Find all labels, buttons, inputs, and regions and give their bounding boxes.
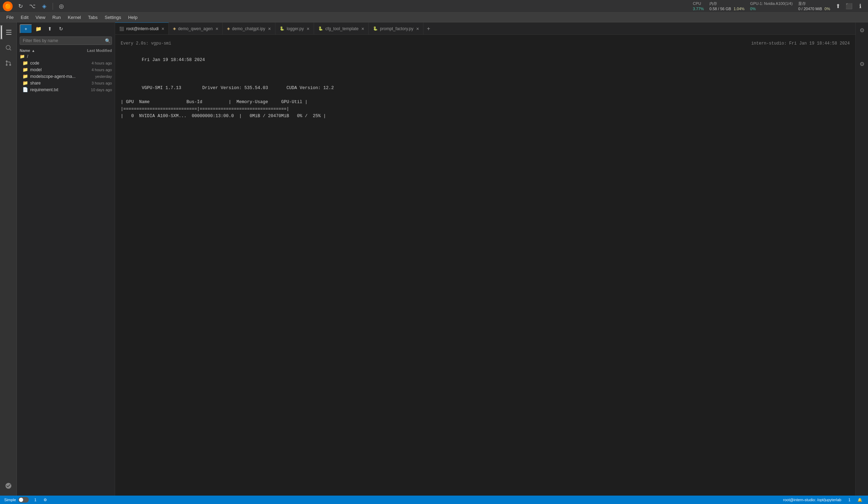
menu-view[interactable]: View bbox=[32, 13, 49, 21]
status-right: root@intern-studio: /opt/jupyterlab 1 🔔 bbox=[782, 498, 864, 502]
activity-git[interactable] bbox=[1, 56, 15, 70]
tab-label: root@intern-studi bbox=[126, 26, 159, 31]
python-icon: 🐍 bbox=[373, 26, 378, 31]
svg-point-2 bbox=[9, 64, 11, 66]
tab-cfg-tool[interactable]: 🐍 cfg_tool_template × bbox=[314, 22, 369, 35]
file-modified: yesterday bbox=[95, 74, 112, 79]
vscode-icon[interactable]: ◈ bbox=[39, 1, 49, 11]
sidebar: + 📁 ⬆ ↻ 🔍 Name ▲ Last Modified 📁 / bbox=[17, 22, 115, 496]
activity-debug[interactable] bbox=[1, 479, 15, 493]
tab-close-button[interactable]: × bbox=[306, 26, 310, 32]
topbar-right-icons: ⬆ ⬛ ℹ bbox=[833, 1, 865, 11]
line-col-status[interactable]: 1 bbox=[33, 498, 38, 502]
code-icon[interactable]: ⌥ bbox=[27, 1, 37, 11]
status-bar: Simple 1 ⚙ root@intern-studio: /opt/jupy… bbox=[0, 496, 868, 504]
folder-icon: 📁 bbox=[20, 54, 25, 59]
tab-terminal[interactable]: ⬛ root@intern-studi × bbox=[115, 22, 169, 35]
folder-icon: 📁 bbox=[22, 67, 28, 72]
activity-explorer[interactable] bbox=[1, 25, 15, 39]
python-icon: 🐍 bbox=[280, 26, 285, 31]
file-tree: Name ▲ Last Modified 📁 / 📁 code 4 hours … bbox=[17, 46, 115, 496]
tab-label: prompt_factory.py bbox=[380, 26, 413, 31]
menu-edit[interactable]: Edit bbox=[17, 13, 32, 21]
file-modified: 10 days ago bbox=[91, 88, 112, 92]
file-icon: 📄 bbox=[22, 87, 28, 92]
mode-toggle[interactable]: Simple bbox=[4, 497, 29, 503]
list-item[interactable]: 📁 share 3 hours ago bbox=[17, 80, 115, 86]
right-panel: ⚙ ⚙ bbox=[855, 22, 868, 496]
tab-bar: ⬛ root@intern-studi × ◈ demo_qwen_agen ×… bbox=[115, 22, 855, 35]
timestamp-left: Fri Jan 19 18:44:58 2024 bbox=[142, 58, 205, 62]
memory-label: 内存 bbox=[709, 1, 745, 6]
menu-settings[interactable]: Settings bbox=[101, 13, 125, 21]
tab-label: logger.py bbox=[287, 26, 304, 31]
upload-icon[interactable]: ⬆ bbox=[833, 1, 843, 11]
tab-prompt-factory[interactable]: 🐍 prompt_factory.py × bbox=[369, 22, 423, 35]
notebook-icon: ◈ bbox=[227, 26, 230, 31]
topbar-icons: ↻ ⌥ ◈ ◎ bbox=[15, 1, 66, 11]
gear-icon[interactable]: ⚙ bbox=[857, 59, 867, 69]
menu-tabs[interactable]: Tabs bbox=[85, 13, 101, 21]
list-item[interactable]: 📁 modelscope-agent-ma... yesterday bbox=[17, 73, 115, 80]
search-box: 🔍 bbox=[20, 36, 112, 45]
tab-demo-qwen[interactable]: ◈ demo_qwen_agen × bbox=[169, 22, 223, 35]
list-item[interactable]: 📁 model 4 hours ago bbox=[17, 66, 115, 73]
file-tree-header[interactable]: Name ▲ Last Modified bbox=[17, 48, 115, 53]
refresh-filetree-button[interactable]: ↻ bbox=[56, 24, 66, 34]
timestamp-right: intern-studio: Fri Jan 19 18:44:58 2024 bbox=[751, 40, 850, 47]
vgpu-output: VGPU-SMI 1.7.13 Driver Version: 535.54.0… bbox=[121, 86, 334, 119]
name-col-header: Name ▲ bbox=[20, 48, 86, 53]
compass-icon[interactable]: ◎ bbox=[56, 1, 66, 11]
menu-help[interactable]: Help bbox=[125, 13, 141, 21]
new-tab-button[interactable]: + bbox=[423, 22, 433, 35]
menu-run[interactable]: Run bbox=[49, 13, 64, 21]
new-file-button[interactable]: + bbox=[20, 24, 32, 34]
modified-col-header: Last Modified bbox=[87, 48, 112, 53]
tab-close-button[interactable]: × bbox=[267, 26, 272, 32]
memory-value: 0.58 / 56 GB 1.04% bbox=[709, 6, 745, 11]
topbar: 🟠 ↻ ⌥ ◈ ◎ CPU 3.77% 内存 0.58 / 56 GB 1.04… bbox=[0, 0, 868, 13]
editor-topline: Every 2.0s: vgpu-smi intern-studio: Fri … bbox=[121, 40, 850, 47]
search-input[interactable] bbox=[20, 36, 112, 45]
sidebar-toolbar: + 📁 ⬆ ↻ bbox=[17, 22, 115, 35]
new-folder-button[interactable]: 📁 bbox=[34, 24, 44, 34]
info-icon[interactable]: ℹ bbox=[855, 1, 865, 11]
app-logo[interactable]: 🟠 bbox=[3, 1, 13, 11]
root-path[interactable]: 📁 / bbox=[17, 53, 115, 60]
cpu-label: CPU bbox=[693, 1, 704, 6]
list-item[interactable]: 📁 code 4 hours ago bbox=[17, 60, 115, 66]
tab-logger[interactable]: 🐍 logger.py × bbox=[275, 22, 314, 35]
tab-close-button[interactable]: × bbox=[361, 26, 365, 32]
vram-stat: 显存 0 / 20470 MiB 0% bbox=[798, 1, 830, 11]
topbar-divider bbox=[53, 3, 53, 10]
file-modified: 4 hours ago bbox=[92, 68, 112, 72]
tab-close-button[interactable]: × bbox=[415, 26, 420, 32]
folder-icon: 📁 bbox=[22, 74, 28, 79]
gear-status[interactable]: ⚙ bbox=[42, 498, 48, 502]
profile-icon[interactable]: ⬛ bbox=[844, 1, 854, 11]
tab-demo-chatgpt[interactable]: ◈ demo_chatgpt.ipy × bbox=[223, 22, 275, 35]
editor-content[interactable]: Every 2.0s: vgpu-smi intern-studio: Fri … bbox=[115, 35, 855, 496]
tab-close-button[interactable]: × bbox=[215, 26, 219, 32]
svg-line-1 bbox=[9, 49, 11, 51]
tab-close-button[interactable]: × bbox=[161, 26, 165, 32]
svg-point-3 bbox=[6, 61, 7, 62]
activity-bar bbox=[0, 22, 17, 496]
file-name: modelscope-agent-ma... bbox=[30, 74, 95, 79]
menu-file[interactable]: File bbox=[3, 13, 17, 21]
gpu-value: 0% bbox=[750, 6, 793, 11]
list-item[interactable]: 📄 requirement.txt 10 days ago bbox=[17, 86, 115, 93]
interval-label: Every 2.0s: vgpu-smi bbox=[121, 40, 171, 47]
vram-label: 显存 bbox=[798, 1, 830, 6]
notebook-icon: ◈ bbox=[173, 26, 176, 31]
toggle-knob bbox=[19, 498, 23, 502]
menu-kernel[interactable]: Kernel bbox=[64, 13, 85, 21]
status-left: Simple 1 ⚙ bbox=[4, 497, 48, 503]
notification-icon[interactable]: 🔔 bbox=[856, 498, 864, 502]
toggle-background[interactable] bbox=[18, 497, 29, 503]
upload-file-button[interactable]: ⬆ bbox=[45, 24, 55, 34]
activity-search[interactable] bbox=[1, 41, 15, 55]
settings-icon[interactable]: ⚙ bbox=[857, 25, 867, 35]
file-name: code bbox=[30, 61, 92, 66]
refresh-icon[interactable]: ↻ bbox=[15, 1, 25, 11]
